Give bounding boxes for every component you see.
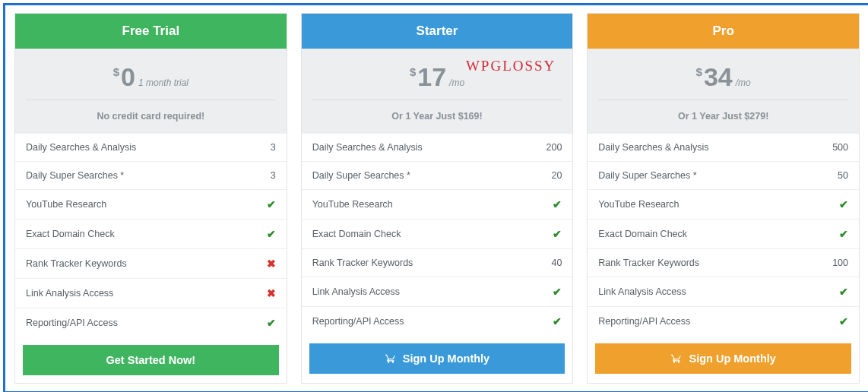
feature-row: Daily Super Searches *3 — [15, 162, 287, 190]
price-amount: 0 — [121, 62, 135, 91]
feature-label: Rank Tracker Keywords — [26, 258, 127, 269]
price-subline: No credit card required! — [26, 111, 276, 122]
cross-icon: ✖ — [267, 258, 276, 270]
plan-starter: Starter $17/mo Or 1 Year Just $169! WPGL… — [301, 13, 574, 384]
check-icon: ✔ — [553, 228, 562, 240]
feature-value: 40 — [551, 258, 562, 268]
price-line: $01 month trial — [26, 62, 276, 100]
feature-row: YouTube Research✔ — [302, 190, 573, 220]
currency: $ — [410, 65, 416, 78]
price-amount: 34 — [704, 62, 733, 91]
feature-list: Daily Searches & Analysis3Daily Super Se… — [15, 134, 287, 337]
feature-label: Link Analysis Access — [598, 286, 686, 297]
feature-label: Link Analysis Access — [26, 288, 113, 299]
plan-name: Pro — [713, 24, 734, 38]
feature-label: Reporting/API Access — [312, 316, 404, 327]
feature-label: Rank Tracker Keywords — [312, 258, 413, 268]
signup-monthly-button[interactable]: Sign Up Monthly — [309, 343, 565, 374]
price-period: /mo — [449, 77, 464, 88]
feature-row: YouTube Research✔ — [588, 190, 859, 220]
feature-list: Daily Searches & Analysis200Daily Super … — [302, 134, 573, 336]
feature-row: Daily Super Searches *50 — [588, 162, 859, 190]
feature-row: Link Analysis Access✔ — [588, 277, 859, 307]
cart-icon — [670, 353, 683, 364]
cart-icon — [385, 353, 397, 364]
price-box: $34/mo Or 1 Year Just $279! — [588, 49, 859, 134]
check-icon: ✔ — [553, 198, 562, 210]
price-period: /mo — [736, 77, 751, 88]
feature-row: Exact Domain Check✔ — [15, 220, 287, 249]
feature-list: Daily Searches & Analysis500Daily Super … — [588, 134, 859, 336]
feature-label: Exact Domain Check — [312, 229, 401, 239]
check-icon: ✔ — [553, 286, 562, 298]
price-amount: 17 — [417, 62, 446, 91]
feature-value: 3 — [271, 170, 276, 181]
check-icon: ✔ — [839, 228, 848, 240]
feature-row: Reporting/API Access✔ — [15, 308, 287, 337]
check-icon: ✔ — [839, 315, 848, 327]
feature-value: 100 — [832, 258, 848, 268]
price-subline: Or 1 Year Just $169! — [312, 111, 562, 122]
plan-free-trial: Free Trial $01 month trial No credit car… — [14, 13, 287, 384]
plan-header: Free Trial — [15, 14, 287, 49]
feature-label: Daily Super Searches * — [598, 170, 696, 181]
cross-icon: ✖ — [267, 287, 276, 299]
signup-monthly-button[interactable]: Sign Up Monthly — [595, 343, 851, 374]
feature-row: Rank Tracker Keywords40 — [302, 249, 573, 277]
feature-row: Daily Super Searches *20 — [302, 162, 573, 190]
feature-row: Exact Domain Check✔ — [302, 220, 573, 249]
feature-label: YouTube Research — [598, 199, 679, 210]
feature-row: Daily Searches & Analysis500 — [588, 134, 859, 162]
feature-label: Daily Searches & Analysis — [312, 142, 423, 153]
feature-row: YouTube Research✔ — [15, 190, 287, 220]
feature-row: Rank Tracker Keywords100 — [588, 249, 859, 277]
feature-label: Link Analysis Access — [312, 286, 400, 297]
feature-value: 200 — [546, 142, 562, 153]
feature-row: Link Analysis Access✔ — [302, 277, 573, 307]
currency: $ — [113, 65, 119, 78]
feature-value: 20 — [551, 170, 562, 181]
feature-row: Daily Searches & Analysis200 — [302, 134, 573, 162]
button-label: Sign Up Monthly — [689, 352, 775, 365]
plan-pro: Pro $34/mo Or 1 Year Just $279! Daily Se… — [587, 13, 860, 384]
currency: $ — [696, 65, 702, 78]
plan-name: Free Trial — [122, 24, 180, 38]
button-row: Sign Up Monthly — [588, 336, 859, 381]
pricing-table: Free Trial $01 month trial No credit car… — [3, 3, 868, 392]
feature-label: Exact Domain Check — [26, 229, 115, 239]
feature-label: Daily Searches & Analysis — [598, 142, 708, 153]
button-label: Sign Up Monthly — [403, 352, 489, 365]
check-icon: ✔ — [553, 315, 562, 327]
feature-row: Reporting/API Access✔ — [302, 307, 573, 336]
feature-label: Reporting/API Access — [598, 316, 690, 327]
check-icon: ✔ — [267, 317, 276, 329]
feature-label: Daily Super Searches * — [26, 170, 124, 181]
price-line: $34/mo — [598, 62, 848, 100]
price-box: $17/mo Or 1 Year Just $169! WPGLOSSY — [302, 49, 573, 134]
price-subline: Or 1 Year Just $279! — [598, 111, 848, 122]
check-icon: ✔ — [839, 198, 848, 210]
feature-row: Rank Tracker Keywords✖ — [15, 249, 287, 279]
button-row: Sign Up Monthly — [302, 336, 573, 381]
feature-label: Rank Tracker Keywords — [598, 258, 699, 268]
price-period: 1 month trial — [138, 77, 188, 88]
feature-label: Daily Super Searches * — [312, 170, 410, 181]
plan-header: Starter — [302, 14, 573, 49]
feature-value: 500 — [832, 142, 848, 153]
feature-label: YouTube Research — [312, 199, 393, 210]
check-icon: ✔ — [839, 286, 848, 298]
feature-label: YouTube Research — [26, 199, 106, 210]
plan-name: Starter — [417, 24, 458, 38]
feature-row: Link Analysis Access✖ — [15, 279, 287, 308]
button-row: Get Started Now! — [15, 337, 287, 383]
check-icon: ✔ — [267, 198, 276, 210]
feature-row: Exact Domain Check✔ — [588, 220, 859, 249]
get-started-button[interactable]: Get Started Now! — [23, 345, 279, 375]
price-box: $01 month trial No credit card required! — [15, 49, 287, 134]
price-line: $17/mo — [312, 62, 562, 100]
feature-label: Daily Searches & Analysis — [26, 142, 136, 153]
feature-row: Reporting/API Access✔ — [588, 307, 859, 336]
feature-value: 50 — [838, 170, 848, 181]
button-label: Get Started Now! — [106, 354, 196, 366]
plan-header: Pro — [588, 14, 859, 49]
